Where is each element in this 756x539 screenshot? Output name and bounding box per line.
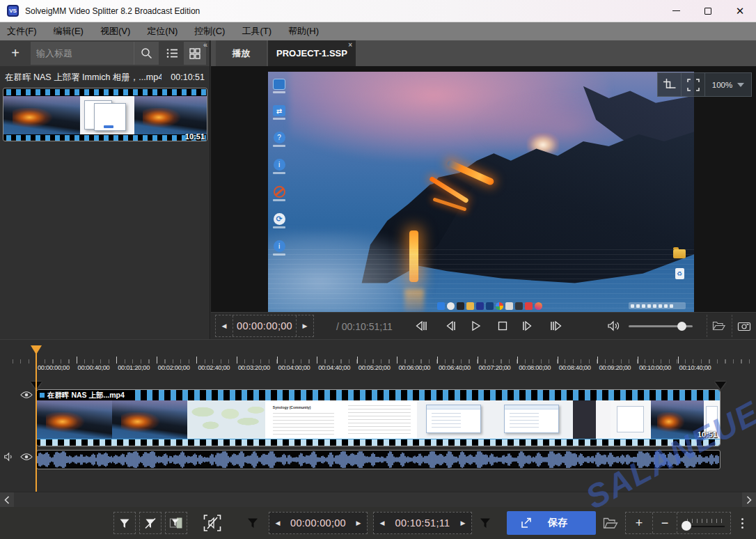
snapshot-button[interactable] [732, 315, 755, 337]
save-button-label: 保存 [533, 517, 582, 529]
scroll-right-button[interactable] [742, 492, 756, 508]
fragment-start-timecode[interactable]: 00:00:00;00 [286, 513, 350, 533]
audio-track-visibility-toggle[interactable] [20, 453, 33, 461]
save-button[interactable]: 保存 [507, 511, 596, 535]
zoom-level-dropdown[interactable]: 100% [705, 73, 751, 96]
chevron-down-icon [737, 83, 744, 87]
search-icon [141, 47, 152, 59]
start-time-forward-button[interactable]: ▶ [350, 513, 367, 533]
output-folder-button[interactable] [597, 512, 624, 534]
search-input[interactable] [31, 42, 134, 65]
time-step-forward-button[interactable]: ▶ [297, 315, 313, 336]
prev-keyframe-icon [414, 320, 427, 331]
ruler-label: 00:02:00;00 [158, 364, 190, 371]
clip-end-marker[interactable] [715, 382, 726, 389]
menu-item-2[interactable]: 视图(V) [100, 25, 130, 38]
tab-play[interactable]: 播放 [216, 40, 267, 66]
add-marker-button[interactable] [113, 512, 136, 534]
ruler-tick [597, 357, 598, 364]
end-time-forward-button[interactable]: ▶ [455, 513, 471, 533]
video-track-visibility-toggle[interactable] [20, 391, 33, 399]
clip-thumbnails: Synology (Community) [37, 400, 720, 439]
volume-icon [607, 320, 621, 331]
fullscreen-button[interactable] [682, 73, 705, 96]
minimize-button[interactable] [660, 0, 692, 22]
start-marker-dropdown[interactable] [242, 512, 263, 534]
menu-item-3[interactable]: 定位(N) [147, 25, 178, 38]
media-item-thumbnail[interactable]: 10:51 [3, 88, 207, 141]
ruler-label: 00:06:00;00 [398, 364, 430, 371]
ruler-tick [517, 357, 518, 364]
volume-slider-knob[interactable] [677, 322, 686, 331]
zoom-slider-knob[interactable] [682, 521, 691, 531]
timeline-video-clip[interactable]: 在群晖 NAS 上部...mp4 Synology (Community) [36, 389, 720, 446]
cut-fragment-button[interactable] [165, 512, 187, 534]
video-frame[interactable]: ⇄ ? i ⟳ i ♻ [268, 72, 694, 312]
thumbnail-duration-badge: 10:51 [185, 132, 205, 141]
ruler-label: 00:02:40;00 [198, 364, 230, 371]
thumb-dialog-frame [80, 96, 134, 134]
playhead-line[interactable] [36, 352, 37, 492]
clip-filename-label: 在群晖 NAS 上部...mp4 [38, 390, 129, 400]
stop-button[interactable] [494, 315, 512, 337]
ruler-label: 00:10:40;00 [679, 364, 711, 371]
audio-track-mute-toggle[interactable] [3, 452, 15, 462]
menu-item-0[interactable]: 文件(F) [7, 25, 37, 38]
close-button[interactable]: ✕ [724, 0, 756, 22]
tab-close-icon[interactable]: × [348, 41, 352, 49]
ruler-label: 00:07:20;00 [479, 364, 511, 371]
media-item-row[interactable]: 在群晖 NAS 上部署 Immich 相册，...mp4 00:10:51 [0, 70, 210, 85]
menu-item-1[interactable]: 编辑(E) [54, 25, 84, 38]
zoom-out-button[interactable]: − [653, 513, 677, 533]
mute-fragment-button[interactable] [199, 512, 226, 534]
collapse-panel-button[interactable]: « [203, 41, 207, 49]
library-panel: 在群晖 NAS 上部署 Immich 相册，...mp4 00:10:51 10… [0, 66, 210, 341]
add-media-button[interactable]: + [1, 42, 29, 65]
timeline-zoom-slider[interactable] [677, 513, 730, 533]
list-view-button[interactable] [162, 42, 182, 65]
remove-marker-button[interactable] [139, 512, 162, 534]
list-view-icon [166, 48, 178, 58]
menu-item-4[interactable]: 控制(C) [194, 25, 225, 38]
timeline-zoom-group: + − [625, 512, 731, 534]
scroll-left-button[interactable] [0, 492, 14, 508]
ruler-tick [638, 357, 638, 364]
volume-button[interactable] [605, 315, 623, 337]
start-time-back-button[interactable]: ◀ [269, 513, 286, 533]
timeline-scrollbar[interactable] [0, 492, 756, 507]
snapshot-icon [737, 320, 751, 331]
open-file-button[interactable] [707, 315, 730, 337]
filmstrip-sprockets-bottom [3, 135, 207, 141]
fragment-end-timecode[interactable]: 00:10:51;11 [391, 513, 455, 533]
prev-keyframe-button[interactable] [411, 315, 430, 337]
crop-button[interactable] [658, 73, 682, 96]
prev-frame-button[interactable] [441, 315, 459, 337]
current-timecode[interactable]: 00:00:00;00 [233, 315, 297, 336]
zoom-in-button[interactable]: + [626, 513, 652, 533]
fragment-end-group: ◀ 00:10:51;11 ▶ [373, 512, 472, 534]
bottom-toolbar: ◀ 00:00:00;00 ▶ ◀ 00:10:51;11 ▶ 保存 + [0, 507, 756, 539]
end-marker-dropdown[interactable] [475, 512, 496, 534]
next-frame-button[interactable] [519, 315, 537, 337]
open-folder-icon [603, 517, 618, 529]
preview-overlay-controls: 100% [657, 72, 752, 97]
timeline-audio-clip[interactable] [36, 450, 720, 469]
timeline[interactable]: 00:00:00;0000:00:40;0000:01:20;0000:02:0… [0, 339, 756, 492]
search-button[interactable] [134, 42, 159, 65]
more-options-button[interactable] [735, 512, 749, 534]
mute-fragment-icon [203, 515, 221, 531]
menu-item-5[interactable]: 工具(T) [242, 25, 271, 38]
marker-funnel-remove-icon [144, 517, 157, 529]
ruler-label: 00:10:00;00 [639, 364, 671, 371]
play-icon [471, 320, 481, 331]
play-button[interactable] [467, 315, 485, 337]
fragment-start-group: ◀ 00:00:00;00 ▶ [269, 512, 368, 534]
tab-project[interactable]: PROJECT-1.SSP × [268, 40, 356, 66]
end-time-back-button[interactable]: ◀ [374, 513, 391, 533]
menu-item-6[interactable]: 帮助(H) [288, 25, 319, 38]
maximize-button[interactable] [692, 0, 724, 22]
time-step-back-button[interactable]: ◀ [216, 315, 233, 336]
next-keyframe-button[interactable] [548, 315, 566, 337]
ruler-tick [558, 357, 558, 364]
volume-slider[interactable] [629, 325, 693, 327]
